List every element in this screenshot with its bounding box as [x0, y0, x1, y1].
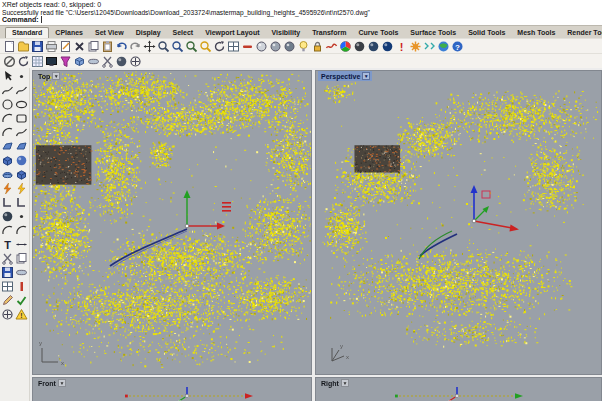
- chevron-down-icon[interactable]: ▼: [362, 72, 370, 80]
- fillet-tool-icon[interactable]: [1, 182, 14, 195]
- zoom-window-icon[interactable]: [171, 40, 184, 53]
- sphere-doc-icon[interactable]: [115, 55, 128, 68]
- viewport-front[interactable]: 0 Front ▼: [32, 377, 312, 401]
- viewport-front-label[interactable]: Front ▼: [35, 378, 68, 388]
- dark-sphere-tool-icon[interactable]: [1, 210, 14, 223]
- planar-tool-icon[interactable]: [15, 266, 28, 279]
- hide-objects-icon[interactable]: [241, 40, 254, 53]
- selection-marks-icon[interactable]: [423, 40, 436, 53]
- circle-plus-icon[interactable]: [129, 55, 142, 68]
- save-file-icon[interactable]: [31, 40, 44, 53]
- viewport-top-label[interactable]: Top ▼: [35, 71, 62, 81]
- tab-curve-tools[interactable]: Curve Tools: [352, 28, 404, 38]
- viewport-layout-icon[interactable]: [227, 40, 240, 53]
- help-icon[interactable]: ?: [451, 40, 464, 53]
- explode-icon[interactable]: [101, 55, 114, 68]
- ghosted-mode-icon[interactable]: [283, 40, 296, 53]
- flat-disc-icon[interactable]: [87, 55, 100, 68]
- layer-state-icon[interactable]: [325, 40, 338, 53]
- tab-viewport-layout[interactable]: Viewport Layout: [199, 28, 265, 38]
- cap-tool-icon[interactable]: [1, 168, 14, 181]
- rebuild-curve-tool-icon[interactable]: [1, 224, 14, 237]
- dimension-tool-icon[interactable]: [15, 238, 28, 251]
- surface-tool-icon[interactable]: [1, 140, 14, 153]
- zoom-selected-icon[interactable]: [199, 40, 212, 53]
- analyze-bar-tool-icon[interactable]: [15, 280, 28, 293]
- offset-curve-tool-icon[interactable]: [1, 126, 14, 139]
- tab-render-tools[interactable]: Render Tools: [561, 28, 602, 38]
- undo-icon[interactable]: [115, 40, 128, 53]
- layer-grid-tool-icon[interactable]: [1, 280, 14, 293]
- selection-funnel-icon[interactable]: [59, 55, 72, 68]
- command-prompt[interactable]: Command:: [2, 16, 602, 24]
- paste-icon[interactable]: [101, 40, 114, 53]
- command-input-caret[interactable]: [41, 16, 42, 23]
- print-icon[interactable]: [45, 40, 58, 53]
- shaded-mode-icon[interactable]: [269, 40, 282, 53]
- wireframe-mode-icon[interactable]: [255, 40, 268, 53]
- viewport-right[interactable]: 0 Right ▼: [315, 377, 602, 401]
- perspective-view-canvas[interactable]: [316, 71, 601, 374]
- tab-mesh-tools[interactable]: Mesh Tools: [511, 28, 561, 38]
- zoom-dynamic-icon[interactable]: [157, 40, 170, 53]
- render-sphere-dark-icon[interactable]: [353, 40, 366, 53]
- split-tool-icon[interactable]: [15, 252, 28, 265]
- rotate-cw-icon[interactable]: [17, 55, 30, 68]
- viewport-perspective[interactable]: x y Perspective ▼: [315, 70, 602, 375]
- helix-tool-icon[interactable]: [15, 126, 28, 139]
- adjust-arc-tool-icon[interactable]: [15, 224, 28, 237]
- render-sphere-shade-icon[interactable]: [367, 40, 380, 53]
- lock-objects-icon[interactable]: [311, 40, 324, 53]
- chevron-down-icon[interactable]: ▼: [341, 379, 349, 387]
- trim-tool-icon[interactable]: [1, 252, 14, 265]
- monitor-icon[interactable]: [45, 55, 58, 68]
- loft-tool-icon[interactable]: [15, 140, 28, 153]
- extrude-tool-icon[interactable]: [1, 196, 14, 209]
- boolean-tool-icon[interactable]: [15, 168, 28, 181]
- array-tool-icon[interactable]: [15, 210, 28, 223]
- delete-icon[interactable]: [73, 40, 86, 53]
- tab-set-view[interactable]: Set View: [89, 28, 130, 38]
- check-tool-icon[interactable]: [15, 294, 28, 307]
- viewport-title-bar[interactable]: Top ▼: [33, 71, 62, 81]
- rectangle-tool-icon[interactable]: [15, 112, 28, 125]
- copy-icon[interactable]: [87, 40, 100, 53]
- viewport-title-bar[interactable]: Front ▼: [33, 378, 68, 388]
- join-tool-icon[interactable]: [1, 266, 14, 279]
- ellipse-tool-icon[interactable]: [15, 98, 28, 111]
- new-file-icon[interactable]: [3, 40, 16, 53]
- tab-select[interactable]: Select: [167, 28, 200, 38]
- options-gear-icon[interactable]: [409, 40, 422, 53]
- warning-tool-icon[interactable]: !: [15, 308, 28, 321]
- tab-transform[interactable]: Transform: [306, 28, 352, 38]
- redo-icon[interactable]: [129, 40, 142, 53]
- viewport-top[interactable]: y x Top ▼: [32, 70, 312, 375]
- polyline-tool-icon[interactable]: [1, 84, 14, 97]
- box-edit-icon[interactable]: [73, 55, 86, 68]
- open-file-icon[interactable]: [17, 40, 30, 53]
- project-tool-icon[interactable]: [15, 196, 28, 209]
- viewport-right-label[interactable]: Right ▼: [318, 378, 351, 388]
- viewport-title-bar[interactable]: Right ▼: [316, 378, 351, 388]
- tab-cplanes[interactable]: CPlanes: [49, 28, 89, 38]
- rotate-view-icon[interactable]: [213, 40, 226, 53]
- select-arrow-tool-icon[interactable]: [1, 70, 14, 83]
- lightning-tool-icon[interactable]: [15, 182, 28, 195]
- tab-solid-tools[interactable]: Solid Tools: [462, 28, 511, 38]
- color-wheel-icon[interactable]: [339, 40, 352, 53]
- tab-standard[interactable]: Standard: [5, 27, 49, 38]
- tab-display[interactable]: Display: [130, 28, 167, 38]
- lightbulb-visibility-icon[interactable]: [297, 40, 310, 53]
- no-entry-icon[interactable]: [3, 55, 16, 68]
- earth-globe-icon[interactable]: [437, 40, 450, 53]
- sphere-add-tool-icon[interactable]: [1, 308, 14, 321]
- text-tool-icon[interactable]: T: [1, 238, 14, 251]
- annotate-pen-tool-icon[interactable]: [1, 294, 14, 307]
- box-tool-icon[interactable]: [1, 154, 14, 167]
- chevron-down-icon[interactable]: ▼: [52, 72, 60, 80]
- sphere-tool-icon[interactable]: [15, 154, 28, 167]
- viewport-title-bar[interactable]: Perspective ▼: [316, 71, 372, 81]
- edit-page-icon[interactable]: [59, 40, 72, 53]
- curve-tool-icon[interactable]: [15, 84, 28, 97]
- framed-grid-icon[interactable]: [31, 55, 44, 68]
